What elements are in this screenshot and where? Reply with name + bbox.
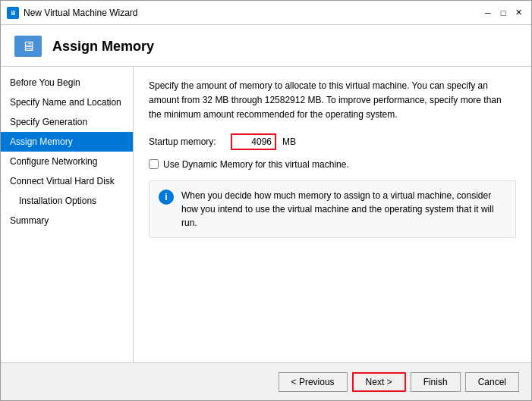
sidebar-item-connect-vhd[interactable]: Connect Virtual Hard Disk: [1, 171, 133, 191]
title-bar-left: 🖥 New Virtual Machine Wizard: [7, 7, 138, 19]
mb-label: MB: [282, 136, 296, 147]
info-icon: i: [159, 190, 174, 205]
previous-button[interactable]: < Previous: [279, 372, 348, 392]
sidebar-item-before-you-begin[interactable]: Before You Begin: [1, 73, 133, 92]
startup-memory-input[interactable]: [231, 133, 276, 150]
sidebar-item-installation-options[interactable]: Installation Options: [1, 191, 133, 211]
sidebar-item-summary[interactable]: Summary: [1, 211, 133, 230]
next-button[interactable]: Next >: [352, 372, 406, 392]
finish-button[interactable]: Finish: [411, 372, 461, 392]
sidebar-item-specify-generation[interactable]: Specify Generation: [1, 112, 133, 132]
sidebar: Before You Begin Specify Name and Locati…: [1, 67, 134, 362]
title-bar-buttons: ─ □ ✕: [481, 6, 525, 20]
content-area: Before You Begin Specify Name and Locati…: [1, 67, 531, 362]
close-button[interactable]: ✕: [512, 6, 525, 20]
wizard-header: 🖥 Assign Memory: [1, 25, 531, 67]
description-text: Specify the amount of memory to allocate…: [149, 79, 516, 123]
wizard-footer: < Previous Next > Finish Cancel: [1, 362, 531, 400]
dynamic-memory-row: Use Dynamic Memory for this virtual mach…: [149, 159, 516, 170]
startup-memory-row: Startup memory: MB: [149, 133, 516, 150]
sidebar-item-configure-networking[interactable]: Configure Networking: [1, 152, 133, 171]
sidebar-item-assign-memory[interactable]: Assign Memory: [1, 132, 133, 152]
main-content: Specify the amount of memory to allocate…: [134, 67, 531, 362]
dynamic-memory-label[interactable]: Use Dynamic Memory for this virtual mach…: [163, 159, 349, 170]
window-icon: 🖥: [7, 7, 19, 19]
wizard-header-title: Assign Memory: [52, 39, 154, 55]
info-text: When you decide how much memory to assig…: [181, 189, 506, 230]
window-title: New Virtual Machine Wizard: [24, 8, 138, 18]
monitor-icon: 🖥: [14, 36, 42, 57]
maximize-button[interactable]: □: [496, 6, 510, 20]
title-bar: 🖥 New Virtual Machine Wizard ─ □ ✕: [1, 1, 531, 25]
minimize-button[interactable]: ─: [481, 6, 495, 20]
wizard-window: 🖥 New Virtual Machine Wizard ─ □ ✕ 🖥 Ass…: [0, 0, 532, 401]
sidebar-item-specify-name[interactable]: Specify Name and Location: [1, 92, 133, 112]
startup-memory-label: Startup memory:: [149, 136, 225, 147]
dynamic-memory-checkbox[interactable]: [149, 159, 159, 169]
header-icon-container: 🖥: [13, 34, 43, 58]
cancel-button[interactable]: Cancel: [465, 372, 519, 392]
info-box: i When you decide how much memory to ass…: [149, 180, 516, 238]
